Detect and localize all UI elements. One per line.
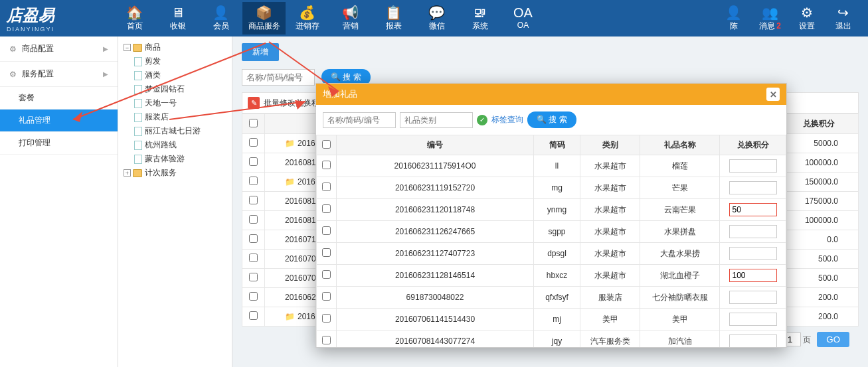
sidebar-sub-combo[interactable]: 套餐 (0, 87, 118, 110)
table-row[interactable]: 201606231120118748ynmg水果超市云南芒果 (317, 199, 786, 221)
tree-root-product[interactable]: − 商品 (122, 40, 228, 54)
tag-icon: ✓ (477, 115, 487, 125)
nav-right-陈[interactable]: 👤陈 (715, 2, 752, 35)
row-checkbox[interactable] (249, 234, 258, 243)
plus-icon[interactable]: + (124, 169, 131, 177)
row-checkbox[interactable] (249, 196, 258, 204)
row-checkbox[interactable] (249, 215, 258, 224)
tree-item[interactable]: 丽江古城七日游 (122, 124, 228, 138)
go-button[interactable]: GO (817, 332, 849, 347)
sidebar-sub-gift[interactable]: 礼品管理 (0, 110, 118, 132)
table-row[interactable]: 201606231128146514hbxcz水果超市湖北血橙子 (317, 265, 786, 287)
sidebar-group-service[interactable]: ⚙ 服务配置 ▶ (0, 62, 118, 87)
nav-item-系统[interactable]: 🖳系统 (458, 2, 501, 35)
topnav: 店盈易 DIANYINGYI 🏠首页🖥收银👤会员📦商品服务💰进销存📢营销📋报表💬… (0, 0, 868, 37)
row-checkbox[interactable] (322, 161, 331, 169)
tree-item[interactable]: 服装店 (122, 110, 228, 124)
tree-item[interactable]: 杭州路线 (122, 138, 228, 152)
points-input[interactable] (729, 291, 777, 304)
nav-item-收银[interactable]: 🖥收银 (156, 2, 199, 35)
nav-label: 微信 (415, 21, 458, 32)
tree-item[interactable]: 梦金园钻石 (122, 82, 228, 96)
tree-item[interactable]: 酒类 (122, 68, 228, 82)
col-pts: 兑换积分 (720, 135, 786, 155)
batch-label: 批量修改兑换积 (264, 98, 319, 109)
page-icon (134, 85, 142, 94)
folder-icon (133, 44, 142, 52)
row-checkbox[interactable] (249, 157, 258, 166)
cell-points: 175000.0 (779, 192, 859, 211)
nav-label: 系统 (458, 21, 501, 32)
modal-header: 增加礼品 ✕ (316, 84, 786, 105)
row-checkbox[interactable] (249, 292, 258, 301)
search-input[interactable] (242, 69, 315, 86)
sidebar-group-product[interactable]: ⚙ 商品配置 ▶ (0, 37, 118, 62)
modal-search-button[interactable]: 🔍 搜 索 (527, 111, 576, 128)
nav-item-营销[interactable]: 📢营销 (329, 2, 372, 35)
tree-item[interactable]: 蒙古体验游 (122, 152, 228, 166)
points-input[interactable] (729, 247, 777, 260)
nav-item-商品服务[interactable]: 📦商品服务 (242, 2, 286, 35)
close-icon[interactable]: ✕ (766, 88, 780, 101)
row-checkbox[interactable] (322, 292, 331, 301)
nav-right-设置[interactable]: ⚙设置 (788, 2, 825, 35)
table-row[interactable]: 201606231119152720mg水果超市芒果 (317, 177, 786, 199)
nav-label: OA (501, 21, 545, 30)
row-checkbox[interactable] (249, 311, 258, 320)
bg-checkall[interactable] (249, 119, 258, 127)
row-checkbox[interactable] (322, 248, 331, 257)
sidebar-sub-print[interactable]: 打印管理 (0, 132, 118, 155)
tree-item[interactable]: 天地一号 (122, 96, 228, 110)
row-checkbox[interactable] (322, 204, 331, 213)
cell-name: 榴莲 (640, 155, 720, 177)
points-input[interactable] (729, 159, 777, 173)
points-input[interactable] (729, 203, 777, 216)
nav-right-退出[interactable]: ↪退出 (825, 2, 861, 35)
modal-search-name[interactable] (323, 112, 396, 128)
minus-icon[interactable]: − (124, 44, 131, 51)
tag-query-link[interactable]: 标签查询 (491, 114, 523, 125)
nav-item-微信[interactable]: 💬微信 (415, 2, 458, 35)
points-input[interactable] (729, 334, 777, 347)
points-input[interactable] (729, 313, 777, 326)
row-checkbox[interactable] (322, 314, 331, 323)
row-checkbox[interactable] (249, 177, 258, 185)
modal-title: 增加礼品 (323, 88, 357, 100)
cell-cat: 水果超市 (580, 199, 640, 221)
tree-item[interactable]: 剪发 (122, 54, 228, 68)
tree-root-times[interactable]: + 计次服务 (122, 166, 228, 180)
table-row[interactable]: 2016062311175914O0ll水果超市榴莲 (317, 155, 786, 177)
row-checkbox[interactable] (249, 273, 258, 281)
modal-checkall[interactable] (322, 140, 331, 149)
nav-item-会员[interactable]: 👤会员 (199, 2, 242, 35)
table-row[interactable]: 201606231127407723dpsgl水果超市大盘水果捞 (317, 243, 786, 265)
row-checkbox[interactable] (322, 183, 331, 191)
points-input[interactable] (729, 225, 777, 238)
nav-item-OA[interactable]: OAOA (501, 2, 545, 35)
row-checkbox[interactable] (249, 254, 258, 262)
modal-search-cat[interactable] (400, 112, 473, 128)
cell-code: 2016062311175914O0 (337, 155, 534, 177)
sidebar-group-label: 商品配置 (22, 43, 54, 54)
points-input[interactable] (729, 181, 777, 194)
table-row[interactable]: 201607061141514430mj美甲美甲 (317, 309, 786, 330)
cell-name: 云南芒果 (640, 199, 720, 221)
cell-name: 水果拼盘 (640, 221, 720, 243)
folder-icon (133, 169, 142, 177)
nav-icon: 🖳 (458, 5, 501, 21)
table-row[interactable]: 201607081443077274jqy汽车服务类加汽油 (317, 330, 786, 348)
nav-item-首页[interactable]: 🏠首页 (113, 2, 156, 35)
nav-item-报表[interactable]: 📋报表 (372, 2, 415, 35)
points-input[interactable] (729, 269, 777, 282)
row-checkbox[interactable] (322, 270, 331, 279)
table-row[interactable]: 6918730048022qfxfsyf服装店七分袖防晒衣服 (317, 287, 786, 309)
nav-item-进销存[interactable]: 💰进销存 (286, 2, 329, 35)
new-button[interactable]: 新增 (242, 43, 279, 61)
row-checkbox[interactable] (322, 226, 331, 235)
cell-cat: 汽车服务类 (580, 330, 640, 348)
row-checkbox[interactable] (322, 336, 331, 344)
tree-root-label: 商品 (145, 42, 161, 53)
nav-right-消息[interactable]: 👥消息2 (752, 2, 788, 35)
table-row[interactable]: 201606231126247665sgpp水果超市水果拼盘 (317, 221, 786, 243)
row-checkbox[interactable] (249, 138, 258, 147)
